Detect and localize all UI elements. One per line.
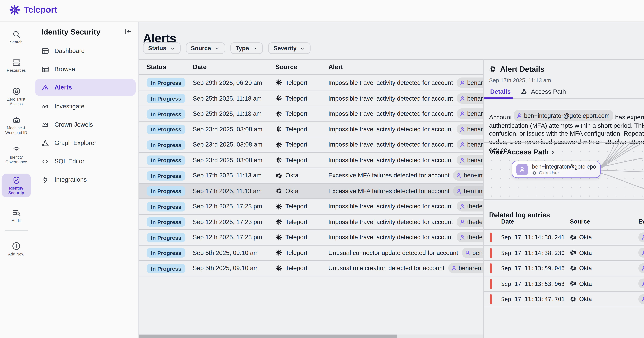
alert-source: Teleport [276,156,328,164]
alert-table-row[interactable]: In Progress Sep 25th 2025, 11:18 am Tele… [138,90,483,106]
type-filter-button[interactable]: Type [230,42,263,54]
subnav-item-integrations[interactable]: Integrations [35,172,136,188]
alert-details-panel: Alert Details Close esc Sep 17th 2025, 1… [484,59,644,338]
tab-details[interactable]: Details [490,88,511,95]
log-table-row[interactable]: Sep 17 11:14:38.241 Okta ben+integrator@… [484,230,644,245]
alert-date: Sep 5th 2025, 09:10 am [193,264,275,272]
subnav-item-investigate[interactable]: Investigate [35,98,136,114]
chevron-down-icon [252,45,258,51]
code-icon [41,157,49,165]
severity-marker [490,232,492,242]
teleport-gear-icon [276,234,282,241]
alert-text: Impossible travel activity detected for … [328,234,453,241]
account-chip[interactable]: benarent [456,155,483,165]
account-chip[interactable]: benarent [456,139,483,150]
person-icon [459,219,466,225]
log-table-row[interactable]: Sep 17 11:13:59.046 Okta ben+integrator@… [484,261,644,276]
alert-table-row[interactable]: In Progress Sep 17th 2025, 11:13 am Okta… [138,168,483,183]
account-chip[interactable]: ben+integrator@goteleport.com [453,170,484,181]
alert-table-row[interactable]: In Progress Sep 23rd 2025, 03:08 am Tele… [138,152,483,168]
col-status: Status [146,63,166,71]
account-chip[interactable]: benarent [456,108,483,119]
view-access-path-link[interactable]: View Access Path › [489,148,554,156]
alert-table-row[interactable]: In Progress Sep 23rd 2025, 03:08 am Tele… [138,136,483,152]
subnav-item-crown-jewels[interactable]: Crown Jewels [35,117,136,132]
severity-filter-button[interactable]: Severity [268,42,311,54]
account-chip[interactable]: benarent [456,78,483,88]
graph-node-okta-user[interactable]: ben+integrator@goteleport.c... Okta User [512,161,600,178]
horizontal-scrollbar-thumb[interactable] [138,334,397,338]
plus-circle-icon [12,241,21,251]
account-chip[interactable]: benarent [462,248,484,258]
log-event: ben+integrator@goteleport.com logged int… [638,279,644,288]
sidebar-item-add-new[interactable]: Add New [2,239,31,259]
log-date: Sep 17 11:14:38.241 [501,234,565,240]
subnav-item-dashboard[interactable]: Dashboard [35,43,136,58]
alert-source: Teleport [276,264,328,272]
status-badge: In Progress [146,140,186,150]
sidebar-item-identity-governance[interactable]: Identity Governance [2,143,31,166]
subnav-item-graph-explorer[interactable]: Graph Explorer [35,135,136,151]
account-chip[interactable]: ben+integrator@goteleport.com [638,279,644,288]
alert-table-row[interactable]: In Progress Sep 12th 2025, 17:23 pm Tele… [138,198,483,214]
alert-table-row[interactable]: In Progress Sep 17th 2025, 11:13 am Okta… [138,183,483,198]
alert-table-row[interactable]: In Progress Sep 12th 2025, 17:23 pm Tele… [138,214,483,229]
alert-table-row[interactable]: In Progress Sep 5th 2025, 09:10 am Telep… [138,245,483,260]
sidebar-item-resources[interactable]: Resources [2,56,31,75]
severity-marker [490,279,492,289]
account-chip[interactable]: benarent [448,263,484,273]
person-icon [459,234,466,240]
alert-text: Impossible travel activity detected for … [328,79,453,86]
person-icon [459,110,466,117]
account-chip[interactable]: ben+integrator@goteleport.com [453,186,484,196]
account-chip[interactable]: ben+integrator@goteleport.com [638,263,644,273]
collapse-sidebar-icon[interactable] [124,28,132,36]
filter-bar: Status Source Type Severity [143,42,311,54]
sidebar-item-search[interactable]: Search [2,28,31,47]
account-chip[interactable]: ben+integrator@goteleport.com [638,294,644,304]
sidebar-item-zero-trust-access[interactable]: Zero Trust Access [2,85,31,108]
teleport-gear-icon [276,79,282,86]
alert-source: Teleport [276,203,328,210]
dashboard-icon [41,47,49,55]
source-filter-button[interactable]: Source [186,42,225,54]
sidebar-item-audit[interactable]: Audit [2,206,31,226]
alert-table-row[interactable]: In Progress Sep 29th 2025, 06:20 am Tele… [138,75,483,90]
account-chip[interactable]: thedevelopnik [456,232,483,242]
account-chip[interactable]: thedevelopnik [456,216,483,227]
sidebar-item-machine-workload-id[interactable]: Machine & Workload ID [2,114,31,137]
active-tab-indicator [484,97,513,99]
log-source: Okta [570,280,592,287]
alert-text: Impossible travel activity detected for … [328,218,453,226]
audit-list-search-icon [12,208,20,217]
account-chip[interactable]: ben+integrator@goteleport.com [638,232,644,242]
account-chip[interactable]: ben+integrator@goteleport.com [514,110,613,122]
account-chip[interactable]: benarent [456,124,483,134]
search-icon [12,30,20,39]
person-icon [456,172,462,179]
alert-text: Excessive MFA failures detected for acco… [328,187,450,195]
account-chip[interactable]: benarent [456,93,483,104]
alert-table-row[interactable]: In Progress Sep 12th 2025, 17:23 pm Tele… [138,229,483,245]
log-table-row[interactable]: Sep 17 11:13:47.701 Okta ben+integrator@… [484,292,644,307]
teleport-logo[interactable]: Teleport [9,4,57,16]
subnav-item-browse[interactable]: Browse [35,61,136,77]
account-chip[interactable]: ben+integrator@goteleport.com [638,248,644,258]
log-col-source: Source [570,218,590,224]
alert-table-row[interactable]: In Progress Sep 25th 2025, 11:18 am Tele… [138,106,483,121]
alert-table-row[interactable]: In Progress Sep 5th 2025, 09:10 am Telep… [138,260,483,276]
okta-icon [570,249,576,256]
log-table-row[interactable]: Sep 17 11:13:53.963 Okta ben+integrator@… [484,276,644,292]
status-badge: In Progress [146,78,186,88]
access-path-preview[interactable]: View Access Path › ben+integrator@gotele… [484,142,644,200]
log-table-row[interactable]: Sep 17 11:14:38.230 Okta ben+integrator@… [484,245,644,261]
teleport-gear-icon [9,4,20,16]
subnav-item-alerts[interactable]: Alerts [35,79,136,96]
sidebar-item-identity-security[interactable]: Identity Security [2,174,31,198]
alert-source: Teleport [276,79,328,86]
alert-table-row[interactable]: In Progress Sep 23rd 2025, 03:08 am Tele… [138,121,483,136]
status-filter-button[interactable]: Status [143,42,180,54]
tab-access-path[interactable]: Access Path [520,88,566,95]
account-chip[interactable]: thedevelopnik [456,201,483,212]
subnav-item-sql-editor[interactable]: SQL Editor [35,153,136,169]
